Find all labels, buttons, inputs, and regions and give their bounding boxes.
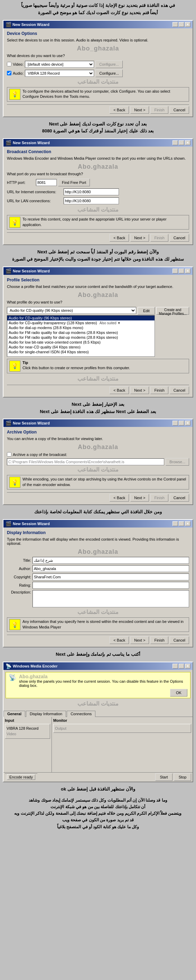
audio-configure-btn[interactable]: Configure... [96, 70, 123, 77]
minimize-btn-3[interactable]: _ [172, 269, 178, 274]
list-item[interactable]: Audio for low bit-rate voice-oriented co… [7, 340, 155, 345]
maximize-btn-3[interactable]: □ [179, 269, 184, 274]
back-btn-4[interactable]: < Back [110, 494, 129, 501]
video-configure-btn[interactable]: Configure... [96, 60, 123, 68]
dialog-titlebar-3: 🎬 New Session Wizard _ □ ✕ [3, 267, 193, 275]
url-internet-input[interactable] [64, 188, 119, 195]
back-btn-5[interactable]: < Back [110, 636, 129, 644]
next-btn-4[interactable]: Next > [130, 494, 149, 501]
wizard-icon-3: 🎬 [6, 268, 11, 274]
edit-profile-btn[interactable]: Edit [137, 307, 155, 315]
broadcast-question: What port do you want to broadcast throu… [7, 172, 189, 176]
maximize-button[interactable]: □ [179, 22, 184, 27]
wme-stop-btn[interactable]: Stop [174, 773, 191, 781]
wme-input-device: VIBRA 128 Record [6, 725, 48, 732]
wme-tabs-row: General Display Information Connections [3, 710, 193, 717]
tip-text-5: Any information that you specify here is… [22, 619, 186, 630]
wme-output-box: Output [53, 724, 191, 733]
url-lan-input[interactable] [64, 197, 119, 204]
back-btn-2[interactable]: < Back [110, 234, 129, 242]
create-manage-profiles-btn[interactable]: Create andManage Profiles... [156, 307, 189, 315]
minimize-btn-4[interactable]: _ [172, 421, 178, 426]
profile-row: Audio for CD-quality (96 Kbps stereo) Ed… [7, 307, 189, 357]
next-btn-2[interactable]: Next > [130, 234, 149, 242]
wm-label-4: منتديات المشاعب [77, 467, 118, 473]
section-title-5: Display Information [7, 530, 189, 535]
section-desc-1: Select the devices to use in this sessio… [7, 38, 189, 42]
finish-btn-1[interactable]: Finish [150, 106, 168, 114]
back-btn-1[interactable]: < Back [110, 106, 129, 114]
back-btn-3[interactable]: < Back [110, 387, 129, 394]
audio-checkbox[interactable] [7, 71, 11, 75]
close-btn-5[interactable]: ✕ [185, 521, 190, 526]
wme-watermark: Abo.ghazala [19, 674, 47, 679]
watermark-4: Abo.ghazala [7, 444, 189, 451]
tab-connections[interactable]: Connections [67, 711, 96, 717]
wme-icon: 📡 [6, 663, 11, 669]
wme-ok-btn[interactable]: OK [170, 689, 187, 697]
wme-minimize-btn[interactable]: _ [172, 664, 178, 668]
video-select[interactable]: [default video device] [25, 61, 94, 68]
copyright-input[interactable] [32, 573, 189, 581]
archive-checkbox-row: Archive a copy of the broadcast: [7, 452, 189, 457]
hint-arabic-1: بعد أن تحدد نوع كارت الصوت لديك إضغط على… [0, 119, 196, 137]
wme-maximize-btn[interactable]: □ [179, 664, 184, 668]
device-question: What devices do you want to use? [7, 54, 189, 58]
cancel-btn-1[interactable]: Cancel [170, 106, 189, 114]
finish-btn-3[interactable]: Finish [150, 387, 168, 394]
title-input[interactable] [32, 557, 189, 564]
find-free-port-btn[interactable]: Find Free Port [58, 179, 90, 186]
browse-btn[interactable]: Browse... [166, 458, 189, 466]
wm-label-1: منتديات المشاعب [77, 79, 118, 85]
list-item[interactable]: Audio for single-channel ISDN (64 Kbps s… [7, 350, 155, 354]
next-btn-3[interactable]: Next > [130, 387, 149, 394]
cancel-btn-2[interactable]: Cancel [170, 234, 189, 242]
wme-right-panel: Monitor Output [52, 717, 193, 772]
list-item[interactable]: Audio for FM radio quality for dial-up m… [7, 335, 155, 340]
hint-arabic-3: بعد الإختيار إضغط على Next بعد الضغط على… [0, 399, 196, 418]
close-button[interactable]: ✕ [185, 22, 190, 27]
watermark-2: Abo.ghazala [7, 163, 189, 170]
next-btn-1[interactable]: Next > [130, 106, 149, 114]
wme-close-btn[interactable]: ✕ [185, 664, 190, 668]
list-item[interactable]: Audio for FM radio quality for dial-up m… [7, 330, 155, 335]
cancel-btn-5[interactable]: Cancel [170, 636, 189, 644]
next-btn-5[interactable]: Next > [130, 636, 149, 644]
maximize-btn-2[interactable]: □ [179, 140, 184, 145]
wme-bottom-bar: Encode ready Start Stop [3, 772, 193, 781]
tab-general[interactable]: General [3, 711, 25, 717]
http-port-row: HTTP port: Find Free Port [7, 179, 189, 186]
session-wizard-dialog-5: 🎬 New Session Wizard _ □ ✕ Display Infor… [3, 519, 193, 648]
finish-btn-2[interactable]: Finish [150, 234, 168, 242]
minimize-btn-2[interactable]: _ [172, 140, 178, 145]
description-row: Description: [7, 590, 189, 607]
description-textarea[interactable] [32, 590, 189, 607]
cancel-btn-3[interactable]: Cancel [170, 387, 189, 394]
close-btn-4[interactable]: ✕ [185, 421, 190, 426]
finish-btn-4[interactable]: Finish [150, 494, 168, 501]
rating-input[interactable] [32, 582, 189, 589]
minimize-btn-5[interactable]: _ [172, 521, 178, 526]
tab-display-info[interactable]: Display Information [26, 711, 66, 717]
author-input[interactable] [32, 565, 189, 572]
close-btn-2[interactable]: ✕ [185, 140, 190, 145]
minimize-button[interactable]: _ [172, 22, 178, 27]
session-wizard-dialog-4: 🎬 New Session Wizard _ □ ✕ Archive Optio… [3, 418, 193, 505]
http-port-input[interactable] [36, 179, 57, 186]
url-lan-row: URL for LAN connections: [7, 197, 189, 204]
finish-btn-5[interactable]: Finish [150, 636, 168, 644]
list-item[interactable]: Audio for dial-up modems (28.8 Kbps mono… [7, 325, 155, 330]
archive-checkbox[interactable] [7, 452, 11, 457]
archive-path-input[interactable] [7, 458, 164, 465]
cancel-btn-4[interactable]: Cancel [170, 494, 189, 501]
wme-start-btn[interactable]: Start [155, 773, 172, 781]
audio-select[interactable]: VIBRA 128 Record (default audio device) … [25, 70, 94, 77]
close-btn-3[interactable]: ✕ [185, 269, 190, 274]
video-checkbox[interactable] [7, 62, 11, 66]
list-item[interactable]: Audio for near-CD quality (64 Kbps stere… [7, 345, 155, 350]
list-item[interactable]: Audio for CD-quality (96 Kbps stereo) [7, 316, 155, 320]
profile-select[interactable]: Audio for CD-quality (96 Kbps stereo) [7, 307, 136, 314]
maximize-btn-4[interactable]: □ [179, 421, 184, 426]
maximize-btn-5[interactable]: □ [179, 521, 184, 526]
list-item[interactable]: Audio for CD-quality transparency (128 K… [7, 320, 155, 325]
